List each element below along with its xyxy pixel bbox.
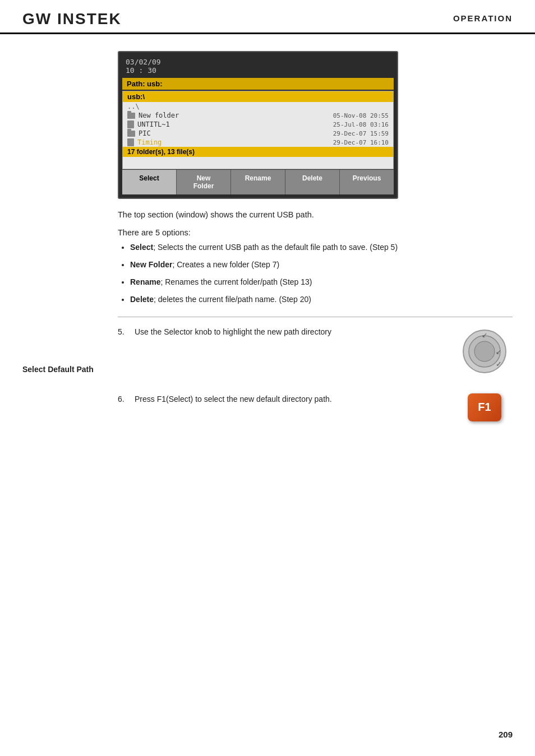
step-6-image: F1 (456, 393, 513, 421)
file-row[interactable]: UNTITL~1 25-Jul-08 03:16 (123, 120, 393, 129)
file-row[interactable]: PIC 29-Dec-07 15:59 (123, 129, 393, 138)
button-bar: Select NewFolder Rename Delete Previous (122, 169, 394, 194)
parent-dir-name: ..\ (127, 103, 140, 110)
svg-text:↙: ↙ (482, 331, 487, 339)
file-row[interactable]: New folder 05-Nov-08 20:55 (123, 111, 393, 120)
new-folder-button[interactable]: NewFolder (177, 170, 231, 194)
step-6-number: 6. (118, 393, 135, 403)
file-name-1: New folder (127, 112, 179, 119)
previous-button[interactable]: Previous (340, 170, 394, 194)
step-5-text: Use the Selector knob to highlight the n… (135, 326, 456, 338)
option-delete: Delete; deletes the current file/path na… (130, 294, 513, 305)
logo: GW INSTEK (22, 10, 122, 28)
file-list: usb:\ ..\ New folder 05-Nov-08 20:55 UNT… (122, 91, 394, 169)
file-name-2: UNTITL~1 (127, 120, 170, 128)
option-new-folder-bold: New Folder (130, 260, 172, 269)
selector-knob-icon: ↙ ↙ ✓ (459, 326, 510, 377)
file-name-3: PIC (127, 129, 151, 137)
section-divider (118, 317, 513, 317)
page-number: 209 (499, 730, 513, 739)
option-select-bold: Select (130, 243, 153, 252)
right-column: 03/02/09 10 : 30 Path: usb: usb:\ ..\ Ne… (112, 51, 513, 438)
rename-button[interactable]: Rename (231, 170, 285, 194)
device-screen: 03/02/09 10 : 30 Path: usb: usb:\ ..\ Ne… (118, 51, 398, 199)
step-5-image: ↙ ↙ ✓ (456, 326, 513, 377)
section-label: OPERATION (453, 10, 513, 23)
page-header: GW INSTEK OPERATION (0, 0, 535, 34)
step-5-row: 5. Use the Selector knob to highlight th… (118, 326, 513, 377)
option-rename: Rename; Renames the current folder/path … (130, 276, 513, 288)
parent-dir-row[interactable]: ..\ (123, 102, 393, 111)
file-date-4: 29-Dec-07 16:10 (333, 139, 389, 146)
file-date-3: 29-Dec-07 15:59 (333, 130, 389, 137)
step-5-number: 5. (118, 326, 135, 336)
main-content: Select Default Path 03/02/09 10 : 30 Pat… (0, 34, 535, 438)
select-default-path-label: Select Default Path (22, 365, 112, 374)
file-row[interactable]: Timing 29-Dec-07 16:10 (123, 138, 393, 147)
path-bar: Path: usb: (122, 78, 394, 90)
file-icon-2 (127, 120, 134, 128)
file-date-2: 25-Jul-08 03:16 (333, 121, 389, 128)
file-summary: 17 folder(s), 13 file(s) (123, 147, 393, 157)
option-rename-bold: Rename (130, 277, 160, 286)
svg-text:↙: ↙ (496, 348, 501, 356)
svg-point-2 (474, 341, 495, 361)
delete-button[interactable]: Delete (285, 170, 340, 194)
f1-button-image: F1 (468, 393, 501, 421)
step-6-text: Press F1(Select) to select the new defau… (135, 393, 456, 405)
file-date-1: 05-Nov-08 20:55 (333, 112, 389, 119)
options-intro: There are 5 options: (118, 228, 513, 237)
folder-icon-3 (127, 131, 135, 137)
option-delete-bold: Delete (130, 295, 154, 304)
folder-icon-1 (127, 113, 135, 119)
current-path-header: usb:\ (123, 91, 393, 102)
left-column: Select Default Path (22, 51, 112, 438)
screen-datetime: 03/02/09 10 : 30 (122, 55, 394, 78)
svg-text:✓: ✓ (496, 360, 502, 368)
description-line1: The top section (window) shows the curre… (118, 209, 513, 221)
step-6-row: 6. Press F1(Select) to select the new de… (118, 393, 513, 421)
option-select: Select; Selects the current USB path as … (130, 242, 513, 253)
select-button[interactable]: Select (122, 170, 177, 194)
file-icon-4 (127, 138, 134, 146)
file-name-4: Timing (127, 138, 162, 146)
options-list: Select; Selects the current USB path as … (118, 242, 513, 305)
option-new-folder: New Folder; Creates a new folder (Step 7… (130, 259, 513, 271)
